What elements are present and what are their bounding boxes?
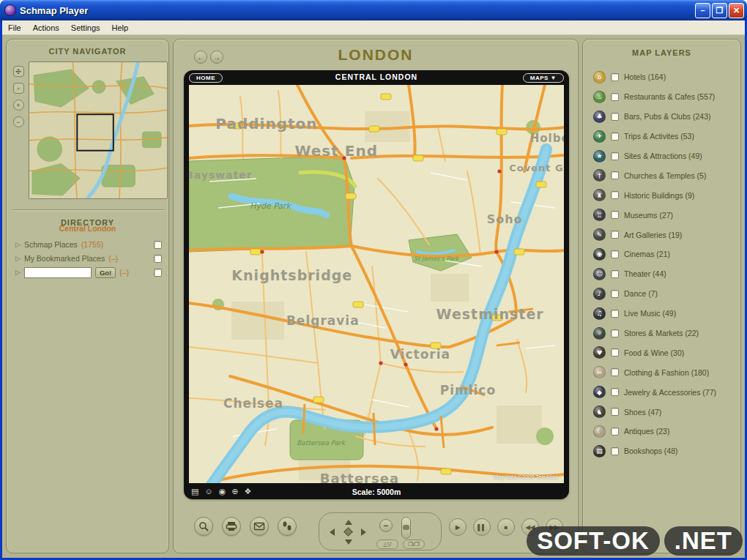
directory-row-bookmarked-places[interactable]: ▷ My Bookmarked Places (–) — [15, 253, 162, 264]
layer-label: Bookshops (48) — [624, 447, 678, 455]
layer-checkbox[interactable] — [611, 428, 619, 436]
print-button[interactable] — [222, 517, 241, 536]
restaurants-icon: ♨ — [593, 91, 606, 103]
go-button[interactable]: Go! — [95, 267, 116, 278]
bookshops-icon: ▤ — [593, 445, 606, 458]
layer-row: ✂Clothing & Fashion (180) — [583, 362, 740, 382]
layer-checkbox[interactable] — [611, 388, 619, 396]
layer-row: ♞Shoes (47) — [583, 402, 740, 422]
layer-checkbox[interactable] — [611, 408, 619, 416]
center-view-button[interactable]: ▫ — [13, 83, 24, 94]
directory-row-schmap-places[interactable]: ▷ Schmap Places (1755) — [15, 239, 162, 250]
minimize-button[interactable]: – — [695, 3, 710, 18]
layer-checkbox[interactable] — [611, 250, 619, 258]
layer-checkbox[interactable] — [611, 270, 619, 278]
layer-label: Antiques (23) — [624, 427, 669, 436]
directory-row-checkbox[interactable] — [154, 255, 162, 263]
layer-label: Theater (44) — [624, 269, 666, 278]
zoom-slider[interactable] — [401, 517, 411, 539]
directory-row-checkbox[interactable] — [154, 241, 162, 249]
layer-label: Historic Buildings (9) — [624, 191, 694, 200]
pause-button[interactable]: ▌▌ — [473, 518, 491, 536]
layer-label: Live Music (49) — [624, 309, 676, 318]
search-button[interactable] — [194, 517, 213, 536]
map-place-label: Battersea — [320, 470, 399, 483]
layer-checkbox[interactable] — [611, 171, 619, 179]
pan-down-icon[interactable] — [345, 540, 352, 545]
tilt-toggle[interactable]: △▽ — [376, 540, 398, 549]
antiques-icon: ☾ — [593, 425, 606, 438]
bars-icon: ♣ — [593, 111, 606, 123]
page-toggle[interactable]: ❐/❐ — [403, 540, 425, 549]
layer-checkbox[interactable] — [611, 73, 619, 81]
map-title: CENTRAL LONDON — [184, 72, 569, 81]
map-place-label: Knightsbridge — [231, 267, 352, 283]
layer-checkbox[interactable] — [611, 152, 619, 160]
layer-checkbox[interactable] — [611, 310, 619, 318]
city-overview-map[interactable] — [29, 61, 168, 199]
menu-settings[interactable]: Settings — [65, 21, 106, 34]
layer-checkbox[interactable] — [611, 447, 619, 455]
search-count: (–) — [119, 268, 129, 277]
map-panel: ← → LONDON HOME CENTRAL LONDON MAPS ▼ — [173, 39, 579, 553]
layer-row: ☺Theater (44) — [583, 264, 740, 284]
layer-row: ♥Food & Wine (30) — [583, 343, 740, 362]
search-checkbox[interactable] — [154, 269, 162, 277]
zoom-in-button[interactable]: + — [13, 100, 24, 111]
map-place-label: St James's Park — [414, 255, 458, 262]
layer-checkbox[interactable] — [611, 132, 619, 141]
map-place-label: Covent Garden — [509, 163, 564, 173]
layer-checkbox[interactable] — [611, 231, 619, 239]
layer-checkbox[interactable] — [611, 290, 619, 298]
layer-label: Cinemas (21) — [624, 250, 670, 258]
map-place-label: Paddington — [215, 115, 317, 132]
live-music-icon: ♫ — [593, 307, 606, 320]
layer-checkbox[interactable] — [611, 329, 619, 337]
map-place-labels: PaddingtonWest EndHolbornCovent GardenBa… — [189, 85, 564, 483]
maps-dropdown-button[interactable]: MAPS ▼ — [523, 73, 564, 83]
layer-label: Hotels (164) — [624, 72, 666, 81]
restore-button[interactable]: ❐ — [712, 3, 727, 18]
directory-current-city: Central London — [7, 224, 168, 233]
map-canvas[interactable]: PaddingtonWest EndHolbornCovent GardenBa… — [189, 85, 564, 483]
disclosure-triangle-icon[interactable]: ▷ — [15, 241, 21, 248]
dpad-control[interactable] — [327, 518, 369, 546]
play-button[interactable]: ▶ — [449, 518, 467, 536]
zoom-slider-handle[interactable] — [403, 525, 409, 530]
directory-search-input[interactable] — [24, 267, 92, 278]
layer-checkbox[interactable] — [611, 93, 619, 101]
layer-row: †Churches & Temples (5) — [583, 165, 740, 185]
layer-label: Sites & Attractions (49) — [624, 152, 702, 160]
menu-help[interactable]: Help — [106, 21, 135, 34]
email-button[interactable] — [250, 517, 269, 536]
scale-label: Scale: 5000m — [184, 488, 569, 496]
layer-label: Bars, Pubs & Clubs (243) — [624, 112, 710, 121]
menu-actions[interactable]: Actions — [27, 21, 65, 34]
disclosure-triangle-icon[interactable]: ▷ — [15, 255, 21, 262]
map-place-label: Westminster — [436, 306, 544, 322]
layer-checkbox[interactable] — [611, 113, 619, 121]
layer-label: Museums (27) — [624, 211, 673, 220]
pan-up-icon[interactable] — [345, 520, 352, 525]
walking-tour-button[interactable] — [278, 517, 297, 536]
pan-right-icon[interactable] — [361, 529, 366, 536]
zoom-out-button[interactable]: − — [13, 116, 24, 127]
layer-label: Stores & Markets (22) — [624, 329, 699, 337]
layer-label: Shoes (47) — [624, 408, 661, 417]
layer-row: ♨Restaurants & Cafes (557) — [583, 87, 740, 107]
titlebar[interactable]: Schmap Player – ❐ ✕ — [0, 0, 747, 20]
layer-checkbox[interactable] — [611, 348, 619, 356]
layer-checkbox[interactable] — [611, 191, 619, 199]
menu-file[interactable]: File — [2, 21, 27, 34]
stop-button[interactable]: ■ — [497, 518, 515, 536]
layer-row: ♣Bars, Pubs & Clubs (243) — [583, 107, 740, 127]
close-button[interactable]: ✕ — [729, 3, 744, 18]
pan-control-icon[interactable]: ✣ — [13, 66, 24, 77]
recenter-icon[interactable] — [343, 527, 353, 537]
pan-left-icon[interactable] — [330, 529, 335, 536]
map-zoom-out-button[interactable]: − — [379, 519, 393, 532]
layer-checkbox[interactable] — [611, 368, 619, 376]
layer-checkbox[interactable] — [611, 211, 619, 219]
layer-row: ☾Antiques (23) — [583, 422, 740, 441]
disclosure-triangle-icon[interactable]: ▷ — [15, 269, 21, 276]
